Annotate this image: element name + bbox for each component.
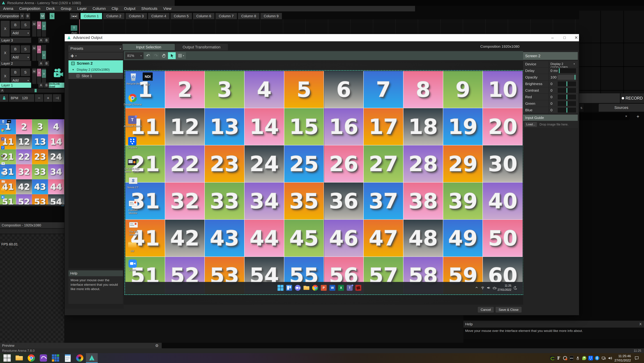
desktop-icon-video[interactable] [128,158,136,166]
desktop-icon-novalct[interactable]: S [129,177,137,185]
tab-input-selection[interactable]: Input Selection [122,44,175,50]
menu-item-layer[interactable]: Layer [77,6,87,11]
layer-blend-dropdown[interactable]: Add▾ [11,54,30,60]
taskbar-icon-start-win11[interactable] [62,206,64,206]
bpm-resync-button[interactable]: ⊣ [53,94,61,102]
menu-item-group[interactable]: Group [61,6,71,11]
property-value[interactable]: 0 [550,101,552,106]
crossfader-a-label[interactable]: A [0,88,4,93]
desktop-icon-recycle[interactable]: ♻ [2,120,5,123]
taskbar-icon-file-explorer[interactable] [16,354,23,362]
property-value[interactable]: 0 [550,95,552,99]
load-button[interactable]: Load... [524,122,537,127]
tray-icon-network[interactable] [601,356,606,361]
layer-toggle-a[interactable]: A [37,21,41,29]
chevron-down-icon[interactable]: ▾ [76,54,76,57]
transition-t-button[interactable]: T [71,25,77,31]
layer-b-button[interactable]: B [44,83,49,88]
layer-b-button[interactable]: B [44,38,49,43]
desktop-icon-folder[interactable] [128,240,136,249]
master-solo-button[interactable]: S [50,13,54,19]
desktop-icon-bigscreen[interactable] [129,221,138,229]
property-slider-track[interactable] [558,68,576,73]
property-slider-handle[interactable] [566,81,568,86]
desktop-icon-novalct[interactable]: S [2,162,5,165]
clear-search-icon[interactable]: × [625,114,627,118]
undo-button[interactable]: ↶ [144,52,152,59]
taskbar-icon-chrome[interactable] [28,354,35,362]
layer-b-button[interactable]: B [44,61,49,66]
close-icon[interactable]: ✕ [574,35,578,40]
menu-item-composition[interactable]: Composition [19,6,40,11]
layer-solo-button[interactable]: S [21,21,30,29]
desktop-icon-chrome[interactable] [128,94,137,102]
desktop-icon-folder[interactable] [1,188,4,191]
taskbar-icon-teams[interactable]: T [347,285,352,291]
property-slider-handle[interactable] [574,75,576,80]
desktop-icon-bigscreen[interactable] [2,180,5,183]
layer-a-button[interactable]: A [38,61,44,66]
tree-item-screen-2[interactable]: Screen 2 [68,60,123,66]
taskbar-icon-widgets[interactable] [286,285,292,291]
tab-sources[interactable]: Sources [599,104,644,112]
property-slider-handle[interactable] [566,101,568,106]
layer-a-button[interactable]: A [38,83,44,88]
pan-tool-button[interactable] [160,52,168,59]
layer-name-3[interactable]: Layer 3 [0,38,31,43]
composition-clear-button[interactable]: X [20,13,24,19]
property-slider-handle[interactable] [566,94,568,99]
layer-toggle-a[interactable]: A [37,46,41,53]
property-value[interactable]: 0 [550,88,552,92]
taskbar-icon-file-explorer[interactable] [304,285,310,291]
property-slider-handle[interactable] [559,68,560,73]
property-slider-track[interactable] [558,108,576,112]
layer-blend-dropdown[interactable]: Add▾ [11,30,30,36]
maximize-icon[interactable]: □ [564,35,566,40]
desktop-icon-video[interactable] [1,155,4,158]
property-slider-track[interactable] [558,75,576,80]
layer-toggle-v[interactable]: V [42,22,46,30]
desktop-icon-chrome[interactable] [1,128,4,132]
taskbar-icon-powerpoint[interactable]: P [321,285,327,291]
virtual-display[interactable]: 1234567891011121314151617181920212223242… [126,71,522,294]
property-slider-track[interactable] [558,101,576,106]
tray-icon-letter-f[interactable]: F [556,356,561,361]
taskbar-icon-start-win10[interactable] [4,354,11,362]
tab-fragment[interactable]: s [579,104,584,112]
desktop-icon-dropbox[interactable] [1,146,4,149]
layer-clear-button[interactable]: X [1,68,10,84]
layer-toggle-m[interactable]: M [32,22,36,26]
layer-toggle-m[interactable]: M [32,69,36,73]
desktop-icon-recycle[interactable]: ♻ [129,73,138,81]
presets-dropdown[interactable]: Presets ▾ [68,45,123,52]
layer-solo-button[interactable]: S [21,45,30,53]
triangle-down-icon[interactable]: ▼ [72,68,74,71]
column-tab-6[interactable]: Column 6 [193,13,214,19]
tree-item-slice-1[interactable]: Slice 1 [68,73,123,79]
tray-icon-nvidia[interactable] [550,356,554,361]
taskbar-clock[interactable]: 11:25:4627/01/2022 [610,354,631,363]
dialog-titlebar[interactable]: Advanced Output – □ ✕ [65,34,579,41]
menu-item-deck[interactable]: Deck [46,6,55,11]
layer-toggle-v[interactable]: V [42,51,46,59]
layer-bypass-button[interactable]: B [11,45,20,53]
search-input[interactable]: × [579,113,630,120]
tray-icon-epic-games[interactable]: EPIC [569,356,574,361]
column-tab-2[interactable]: Column 2 [103,13,124,19]
taskbar-icon-grid-app[interactable] [52,354,59,362]
record-button[interactable]: RECORD [620,93,644,103]
cancel-button[interactable]: Cancel [478,307,494,313]
close-icon[interactable]: X [639,322,642,326]
transform-tool-button[interactable] [168,52,176,59]
property-slider-track[interactable] [558,94,576,99]
layer-toggle-a[interactable]: A [37,69,41,76]
menu-item-column[interactable]: Column [92,6,106,11]
tray-icon-splashtop-green[interactable] [582,356,586,361]
taskbar-icon-word[interactable]: W [330,285,335,291]
menu-item-output[interactable]: Output [124,6,136,11]
desktop-icon-ndi[interactable]: NDI [143,72,153,82]
gear-icon[interactable]: ⚙ [155,344,158,348]
virtual-taskbar-clock[interactable]: 11:2527/01/2022 [496,284,511,292]
property-slider-track[interactable] [558,88,576,93]
grid-snap-button[interactable]: ▾ [176,52,186,59]
